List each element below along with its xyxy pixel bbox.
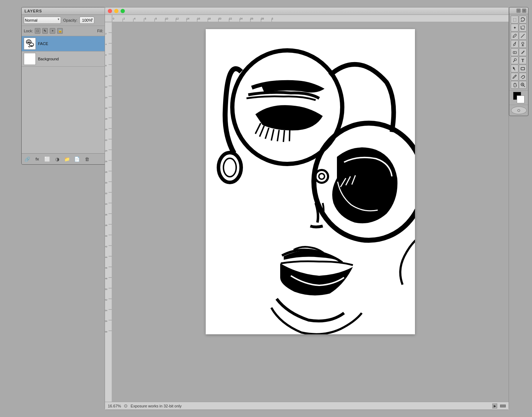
tools-panel: – ≡ ⬚ ✦ (509, 7, 528, 116)
blend-mode-wrapper: Normal Dissolve Multiply Screen (24, 17, 61, 24)
svg-text:20: 20 (218, 17, 221, 20)
svg-text:50: 50 (105, 288, 107, 290)
lasso-tool-button[interactable] (519, 16, 527, 23)
group-icon[interactable]: 📁 (63, 155, 71, 163)
svg-line-114 (515, 76, 516, 76)
face-thumb-icon (24, 38, 35, 49)
measure-tool-button[interactable] (519, 32, 527, 40)
delete-layer-icon[interactable]: 🗑 (83, 155, 90, 163)
text-tool-button[interactable]: T (519, 56, 527, 64)
svg-text:12: 12 (105, 86, 107, 88)
tools-titlebar: – ≡ (509, 7, 528, 14)
background-color-swatch[interactable] (517, 95, 525, 103)
dodge-button[interactable] (511, 56, 519, 64)
scroll-indicator (500, 405, 506, 407)
fx-icon[interactable]: fx (34, 155, 41, 163)
brush-icon (512, 42, 517, 46)
svg-text:3: 3 (272, 17, 273, 20)
canvas-body: 0 2 4 6 8 10 12 (105, 15, 509, 402)
svg-text:44: 44 (105, 256, 107, 258)
eyedropper-button[interactable] (511, 32, 519, 40)
svg-line-106 (522, 36, 523, 37)
svg-text:26: 26 (250, 17, 253, 20)
window-maximize-button[interactable] (121, 9, 125, 13)
svg-point-98 (319, 174, 325, 179)
tools-menu-button[interactable]: ≡ (522, 9, 526, 13)
svg-text:48: 48 (105, 278, 107, 280)
svg-text:20: 20 (105, 128, 107, 131)
ruler-v-svg: 2 4 6 8 10 12 14 (105, 22, 112, 402)
stamp-icon (520, 42, 525, 46)
canvas-footer: 16.67% ⊙ Exposure works in 32-bit only ▶ (105, 402, 509, 410)
svg-text:46: 46 (105, 267, 107, 269)
layer-background-name: Background (38, 57, 112, 61)
magic-wand-button[interactable]: ✦ (511, 24, 519, 32)
svg-text:24: 24 (240, 17, 243, 20)
marquee-tool-button[interactable]: ⬚ (511, 16, 519, 23)
freeform-pen-button[interactable] (519, 73, 527, 81)
svg-text:56: 56 (105, 320, 107, 322)
clone-stamp-button[interactable] (519, 40, 527, 48)
lock-pixels-icon[interactable]: □ (35, 28, 40, 34)
quick-mask-button[interactable]: ○ (511, 106, 527, 114)
svg-text:40: 40 (105, 235, 107, 237)
opacity-wrapper (79, 17, 94, 24)
proof-colors-icon[interactable]: ⊙ (124, 403, 128, 408)
svg-text:52: 52 (105, 299, 107, 301)
svg-point-95 (223, 158, 236, 177)
canvas-document[interactable] (112, 22, 509, 402)
svg-text:28: 28 (261, 17, 264, 20)
status-arrow-button[interactable]: ▶ (492, 404, 497, 408)
svg-text:4: 4 (134, 17, 135, 20)
shape-icon (520, 66, 525, 71)
brush-tool-button[interactable] (511, 40, 519, 48)
svg-text:54: 54 (105, 309, 107, 312)
eraser-button[interactable] (511, 48, 519, 56)
svg-text:26: 26 (105, 160, 107, 163)
adjustment-icon[interactable]: ◑ (54, 155, 61, 163)
svg-text:58: 58 (105, 331, 107, 333)
shape-tool-button[interactable] (519, 65, 527, 72)
new-layer-icon[interactable]: 📄 (73, 155, 81, 163)
zoom-tool-button[interactable] (519, 81, 527, 89)
svg-text:8: 8 (105, 65, 107, 67)
tools-collapse-button[interactable]: – (516, 9, 521, 13)
layer-background-thumbnail (24, 53, 36, 65)
opacity-label: Opacity: (63, 18, 77, 22)
mask-icon[interactable]: ⬜ (44, 155, 51, 163)
dodge-icon (512, 58, 517, 63)
document-page (206, 29, 415, 334)
freeform-pen-icon (520, 74, 525, 79)
layers-title: LAYERS (24, 9, 42, 13)
ruler-corner (105, 15, 112, 22)
window-minimize-button[interactable] (114, 9, 118, 13)
lock-lock-icon[interactable]: 🔒 (57, 28, 63, 34)
window-close-button[interactable] (108, 9, 112, 13)
svg-text:22: 22 (229, 17, 232, 20)
path-select-button[interactable] (511, 65, 519, 72)
svg-point-107 (522, 42, 524, 44)
crop-tool-button[interactable] (519, 24, 527, 32)
opacity-input[interactable] (79, 17, 94, 24)
lock-all-icon[interactable]: + (50, 28, 55, 34)
blend-mode-select[interactable]: Normal Dissolve Multiply Screen (24, 17, 61, 24)
pen-tool-button[interactable] (511, 73, 519, 81)
hand-icon (512, 82, 517, 87)
link-layers-icon[interactable]: 🔗 (24, 155, 31, 163)
layer-face-thumbnail (24, 38, 36, 50)
face-artwork-svg (206, 29, 415, 334)
svg-point-97 (315, 170, 328, 183)
svg-text:6: 6 (145, 17, 146, 20)
svg-text:10: 10 (165, 17, 168, 20)
svg-text:6: 6 (105, 54, 107, 56)
svg-text:30: 30 (105, 182, 107, 184)
ruler-h-svg: 0 2 4 6 8 10 12 (112, 15, 509, 22)
lock-position-icon[interactable]: ✎ (42, 28, 48, 34)
svg-text:8: 8 (155, 17, 157, 20)
svg-text:14: 14 (105, 97, 107, 99)
hand-tool-button[interactable] (511, 81, 519, 89)
svg-rect-113 (521, 67, 525, 70)
canvas-titlebar (105, 7, 509, 15)
svg-line-99 (521, 21, 521, 22)
smudge-button[interactable] (519, 48, 527, 56)
